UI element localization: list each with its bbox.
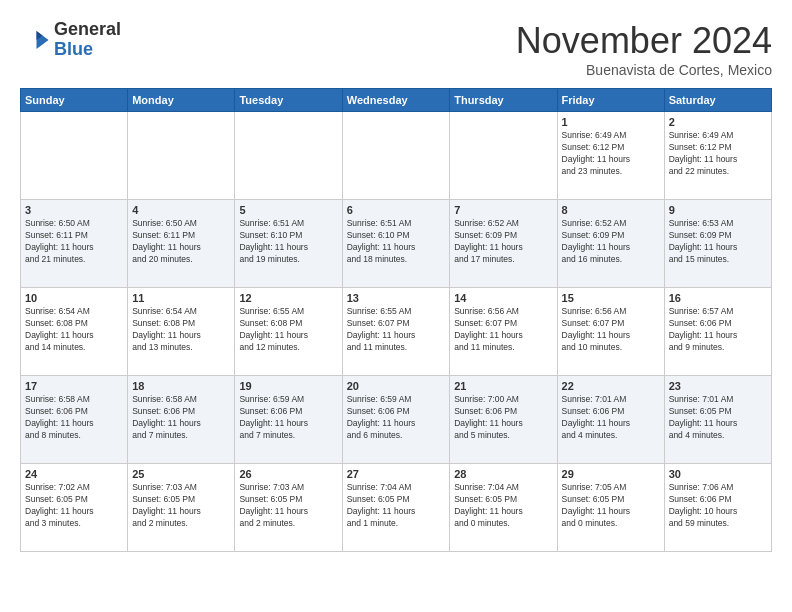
day-number: 20 [347,380,445,392]
day-info: Sunrise: 7:03 AM Sunset: 6:05 PM Dayligh… [239,482,337,530]
day-info: Sunrise: 6:51 AM Sunset: 6:10 PM Dayligh… [239,218,337,266]
day-cell: 22Sunrise: 7:01 AM Sunset: 6:06 PM Dayli… [557,376,664,464]
day-number: 28 [454,468,552,480]
day-cell: 20Sunrise: 6:59 AM Sunset: 6:06 PM Dayli… [342,376,449,464]
day-cell: 3Sunrise: 6:50 AM Sunset: 6:11 PM Daylig… [21,200,128,288]
day-cell: 27Sunrise: 7:04 AM Sunset: 6:05 PM Dayli… [342,464,449,552]
day-number: 10 [25,292,123,304]
day-cell [450,112,557,200]
day-cell: 6Sunrise: 6:51 AM Sunset: 6:10 PM Daylig… [342,200,449,288]
day-cell: 26Sunrise: 7:03 AM Sunset: 6:05 PM Dayli… [235,464,342,552]
day-number: 17 [25,380,123,392]
day-info: Sunrise: 7:03 AM Sunset: 6:05 PM Dayligh… [132,482,230,530]
day-cell: 23Sunrise: 7:01 AM Sunset: 6:05 PM Dayli… [664,376,771,464]
day-number: 12 [239,292,337,304]
week-row-1: 1Sunrise: 6:49 AM Sunset: 6:12 PM Daylig… [21,112,772,200]
day-number: 25 [132,468,230,480]
day-number: 6 [347,204,445,216]
calendar-table: SundayMondayTuesdayWednesdayThursdayFrid… [20,88,772,552]
day-info: Sunrise: 6:59 AM Sunset: 6:06 PM Dayligh… [239,394,337,442]
day-info: Sunrise: 7:01 AM Sunset: 6:05 PM Dayligh… [669,394,767,442]
day-info: Sunrise: 7:05 AM Sunset: 6:05 PM Dayligh… [562,482,660,530]
day-cell: 10Sunrise: 6:54 AM Sunset: 6:08 PM Dayli… [21,288,128,376]
logo-icon [20,25,50,55]
day-cell: 16Sunrise: 6:57 AM Sunset: 6:06 PM Dayli… [664,288,771,376]
header-cell-sunday: Sunday [21,89,128,112]
day-info: Sunrise: 6:54 AM Sunset: 6:08 PM Dayligh… [25,306,123,354]
logo-general: General [54,20,121,40]
logo-blue: Blue [54,40,121,60]
day-number: 14 [454,292,552,304]
header-cell-friday: Friday [557,89,664,112]
day-cell: 18Sunrise: 6:58 AM Sunset: 6:06 PM Dayli… [128,376,235,464]
day-info: Sunrise: 7:04 AM Sunset: 6:05 PM Dayligh… [347,482,445,530]
week-row-4: 17Sunrise: 6:58 AM Sunset: 6:06 PM Dayli… [21,376,772,464]
day-number: 23 [669,380,767,392]
day-cell: 24Sunrise: 7:02 AM Sunset: 6:05 PM Dayli… [21,464,128,552]
day-number: 26 [239,468,337,480]
day-number: 22 [562,380,660,392]
day-number: 19 [239,380,337,392]
location-title: Buenavista de Cortes, Mexico [516,62,772,78]
header-cell-wednesday: Wednesday [342,89,449,112]
day-cell [342,112,449,200]
day-number: 21 [454,380,552,392]
day-cell: 30Sunrise: 7:06 AM Sunset: 6:06 PM Dayli… [664,464,771,552]
day-number: 27 [347,468,445,480]
day-info: Sunrise: 7:06 AM Sunset: 6:06 PM Dayligh… [669,482,767,530]
day-cell: 1Sunrise: 6:49 AM Sunset: 6:12 PM Daylig… [557,112,664,200]
day-number: 24 [25,468,123,480]
day-number: 2 [669,116,767,128]
header-cell-saturday: Saturday [664,89,771,112]
day-cell: 11Sunrise: 6:54 AM Sunset: 6:08 PM Dayli… [128,288,235,376]
day-cell: 13Sunrise: 6:55 AM Sunset: 6:07 PM Dayli… [342,288,449,376]
day-cell [235,112,342,200]
day-cell: 28Sunrise: 7:04 AM Sunset: 6:05 PM Dayli… [450,464,557,552]
header-cell-thursday: Thursday [450,89,557,112]
day-info: Sunrise: 6:58 AM Sunset: 6:06 PM Dayligh… [25,394,123,442]
day-number: 9 [669,204,767,216]
day-info: Sunrise: 6:56 AM Sunset: 6:07 PM Dayligh… [454,306,552,354]
day-info: Sunrise: 6:56 AM Sunset: 6:07 PM Dayligh… [562,306,660,354]
day-number: 29 [562,468,660,480]
day-cell: 14Sunrise: 6:56 AM Sunset: 6:07 PM Dayli… [450,288,557,376]
day-number: 18 [132,380,230,392]
day-info: Sunrise: 6:50 AM Sunset: 6:11 PM Dayligh… [132,218,230,266]
day-cell: 29Sunrise: 7:05 AM Sunset: 6:05 PM Dayli… [557,464,664,552]
logo: General Blue [20,20,121,60]
day-number: 16 [669,292,767,304]
day-number: 5 [239,204,337,216]
title-block: November 2024 Buenavista de Cortes, Mexi… [516,20,772,78]
page-header: General Blue November 2024 Buenavista de… [20,20,772,78]
week-row-3: 10Sunrise: 6:54 AM Sunset: 6:08 PM Dayli… [21,288,772,376]
day-cell [21,112,128,200]
day-cell: 19Sunrise: 6:59 AM Sunset: 6:06 PM Dayli… [235,376,342,464]
day-info: Sunrise: 6:52 AM Sunset: 6:09 PM Dayligh… [454,218,552,266]
day-number: 30 [669,468,767,480]
day-info: Sunrise: 7:00 AM Sunset: 6:06 PM Dayligh… [454,394,552,442]
day-info: Sunrise: 7:01 AM Sunset: 6:06 PM Dayligh… [562,394,660,442]
day-info: Sunrise: 7:04 AM Sunset: 6:05 PM Dayligh… [454,482,552,530]
day-cell: 21Sunrise: 7:00 AM Sunset: 6:06 PM Dayli… [450,376,557,464]
logo-text: General Blue [54,20,121,60]
day-info: Sunrise: 6:59 AM Sunset: 6:06 PM Dayligh… [347,394,445,442]
week-row-2: 3Sunrise: 6:50 AM Sunset: 6:11 PM Daylig… [21,200,772,288]
header-cell-monday: Monday [128,89,235,112]
day-info: Sunrise: 7:02 AM Sunset: 6:05 PM Dayligh… [25,482,123,530]
day-number: 7 [454,204,552,216]
day-info: Sunrise: 6:54 AM Sunset: 6:08 PM Dayligh… [132,306,230,354]
day-info: Sunrise: 6:51 AM Sunset: 6:10 PM Dayligh… [347,218,445,266]
day-number: 8 [562,204,660,216]
day-cell: 15Sunrise: 6:56 AM Sunset: 6:07 PM Dayli… [557,288,664,376]
day-cell: 5Sunrise: 6:51 AM Sunset: 6:10 PM Daylig… [235,200,342,288]
day-info: Sunrise: 6:58 AM Sunset: 6:06 PM Dayligh… [132,394,230,442]
day-info: Sunrise: 6:49 AM Sunset: 6:12 PM Dayligh… [669,130,767,178]
day-number: 1 [562,116,660,128]
header-cell-tuesday: Tuesday [235,89,342,112]
day-cell: 2Sunrise: 6:49 AM Sunset: 6:12 PM Daylig… [664,112,771,200]
day-cell: 12Sunrise: 6:55 AM Sunset: 6:08 PM Dayli… [235,288,342,376]
day-info: Sunrise: 6:57 AM Sunset: 6:06 PM Dayligh… [669,306,767,354]
day-number: 15 [562,292,660,304]
day-number: 11 [132,292,230,304]
day-info: Sunrise: 6:50 AM Sunset: 6:11 PM Dayligh… [25,218,123,266]
